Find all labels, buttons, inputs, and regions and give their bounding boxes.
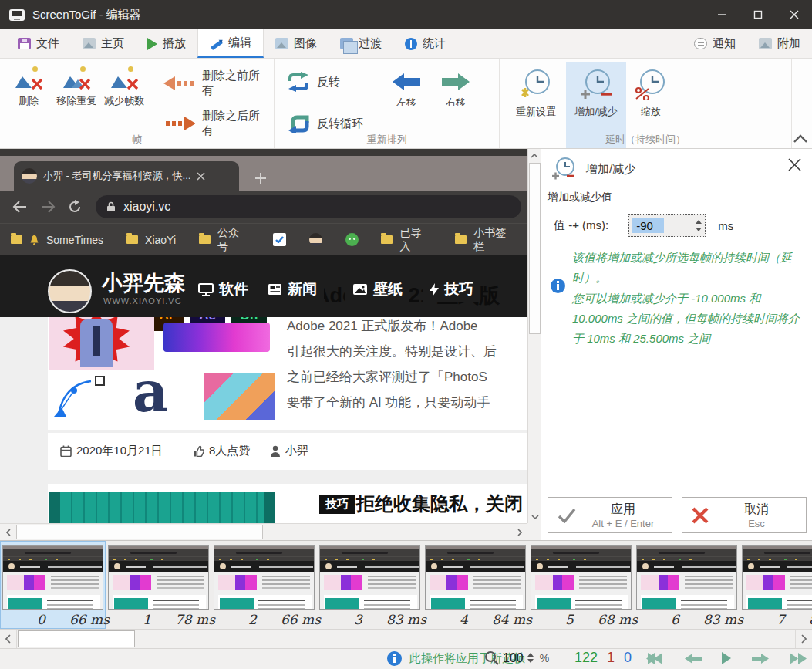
notifications-button[interactable]: 通知 — [682, 29, 747, 58]
folder-icon — [381, 235, 393, 244]
info-icon — [551, 279, 565, 293]
chevron-up-icon — [531, 154, 538, 158]
image-icon — [83, 38, 96, 49]
zoom-spinner[interactable] — [527, 653, 534, 663]
pencil-icon — [210, 37, 223, 49]
frame-index: 2 — [248, 612, 257, 627]
info-icon — [387, 651, 402, 666]
first-frame-button[interactable] — [646, 653, 665, 664]
tab-file[interactable]: 文件 — [6, 29, 71, 58]
zoom-icon — [484, 650, 499, 665]
preview-vertical-scrollbar[interactable] — [527, 149, 541, 523]
reverse-loop-icon — [287, 113, 310, 133]
value-input[interactable]: -90 — [628, 214, 706, 237]
previous-frame-button[interactable] — [685, 653, 702, 664]
site-domain: WWW.XIAOYI.VC — [103, 296, 182, 306]
site-nav-news: 新闻 — [261, 277, 324, 302]
thumbs-up-icon — [193, 445, 204, 457]
zoom-value[interactable]: 100 — [503, 651, 524, 665]
last-frame-button[interactable] — [788, 653, 807, 664]
collapse-ribbon-button[interactable] — [793, 134, 808, 144]
next-frame-button[interactable] — [752, 653, 769, 664]
cancel-button[interactable]: 取消Esc — [682, 497, 807, 533]
scroll-down-button[interactable] — [528, 510, 541, 523]
horizontal-scroll-thumb[interactable] — [16, 525, 263, 539]
article-date: 2020年10月21日 — [60, 444, 163, 458]
close-button[interactable] — [776, 0, 812, 29]
favicon-avatar — [22, 168, 37, 184]
artwork-letter-a: a — [133, 364, 169, 420]
frame-thumbnail[interactable]: 7 8 — [740, 541, 812, 629]
reduce-framecount-icon — [110, 66, 138, 90]
info-icon — [405, 38, 417, 50]
play-button[interactable] — [721, 652, 732, 664]
frame-strip-scrollbar[interactable] — [0, 629, 812, 648]
frame-duration: 66 ms — [69, 612, 110, 627]
vertical-scroll-thumb[interactable] — [529, 163, 541, 334]
tab-transition-label: 过渡 — [359, 36, 382, 51]
frame-thumbnail-image — [425, 545, 526, 610]
delete-all-before-button[interactable]: 删除之前所有 — [159, 68, 274, 99]
monitor-icon — [198, 283, 214, 296]
frame-thumbnail[interactable]: 4 84 ms — [423, 541, 528, 629]
bookmark-imported: 已导入 — [399, 226, 432, 254]
panel-close-button[interactable] — [788, 158, 801, 171]
frame-thumbnail[interactable]: 0 66 ms — [0, 541, 106, 629]
frame-index: 7 — [777, 612, 785, 627]
frame-duration: 68 ms — [598, 612, 638, 627]
spinner-up-icon — [527, 653, 534, 657]
frame-thumbnail[interactable]: 5 68 ms — [528, 541, 634, 629]
apply-button[interactable]: 应用Alt + E / Enter — [548, 497, 672, 533]
screentogif-editor-window: ScreenToGif - 编辑器 文件 主页 播放 编辑 图像 过渡 统计 通… — [0, 0, 812, 669]
clock-scale-icon — [634, 68, 668, 100]
frame-thumbnail[interactable]: 1 78 ms — [106, 541, 211, 629]
scroll-right-button[interactable] — [511, 524, 527, 540]
frame-count-current: 0 — [624, 650, 632, 666]
site-name: 小羿先森 — [102, 269, 185, 297]
frames-scroll-left-button[interactable] — [0, 630, 17, 648]
layers-icon — [340, 38, 353, 49]
save-icon — [18, 38, 31, 49]
scroll-left-button[interactable] — [0, 524, 16, 540]
reverse-button[interactable]: 反转 — [282, 66, 368, 97]
frame-thumbnail[interactable]: 2 66 ms — [211, 541, 317, 629]
frames-scroll-thumb[interactable] — [18, 630, 135, 647]
tab-play[interactable]: 播放 — [136, 29, 197, 58]
increase-decrease-delay-label: 增加/减少 — [574, 105, 618, 119]
scroll-up-button[interactable] — [528, 149, 541, 162]
tab-statistics[interactable]: 统计 — [393, 29, 457, 58]
article-excerpt-line: Adobe 2021 正式版发布！Adobe — [287, 317, 478, 335]
lightning-icon — [430, 283, 439, 296]
reload-icon — [68, 200, 82, 214]
frame-duration: 83 ms — [386, 612, 426, 627]
extras-button[interactable]: 附加 — [747, 29, 812, 58]
ribbon-group-reorder: 反转 反转循环 左移 右移 重新排列 — [275, 59, 500, 148]
article2-card: 技巧 拒绝收集隐私，关闭 — [48, 484, 527, 523]
tab-edit[interactable]: 编辑 — [197, 29, 264, 58]
dashed-arrow-left-icon — [163, 76, 195, 90]
title-bar: ScreenToGif - 编辑器 — [0, 0, 812, 29]
spinner-down-icon[interactable] — [696, 228, 702, 231]
check-icon — [558, 508, 576, 523]
tab-home[interactable]: 主页 — [71, 29, 136, 58]
calendar-icon — [60, 445, 72, 457]
minimize-button[interactable] — [703, 0, 740, 29]
tab-image[interactable]: 图像 — [264, 29, 329, 58]
artwork-pen-tool — [51, 373, 128, 418]
image-icon — [275, 38, 288, 49]
maximize-icon — [753, 10, 763, 19]
site-nav-software: 软件 — [191, 277, 255, 302]
article-image: Ai Ae Dn a — [49, 299, 275, 420]
close-icon — [790, 10, 799, 19]
maximize-button[interactable] — [740, 0, 776, 29]
preview-horizontal-scrollbar[interactable] — [0, 523, 527, 540]
frame-index: 4 — [460, 612, 468, 627]
frame-thumbnail[interactable]: 6 83 ms — [634, 541, 740, 629]
frames-group-label: 帧 — [0, 133, 274, 147]
tab-transition[interactable]: 过渡 — [329, 29, 393, 58]
move-right-label: 右移 — [446, 96, 466, 110]
article-excerpt-line: 要带了全新的 AI 功能，只要动动手 — [287, 394, 490, 411]
frame-thumbnail[interactable]: 3 83 ms — [317, 541, 423, 629]
frames-scroll-right-button[interactable] — [795, 630, 812, 648]
spinner-up-icon[interactable] — [696, 220, 702, 224]
